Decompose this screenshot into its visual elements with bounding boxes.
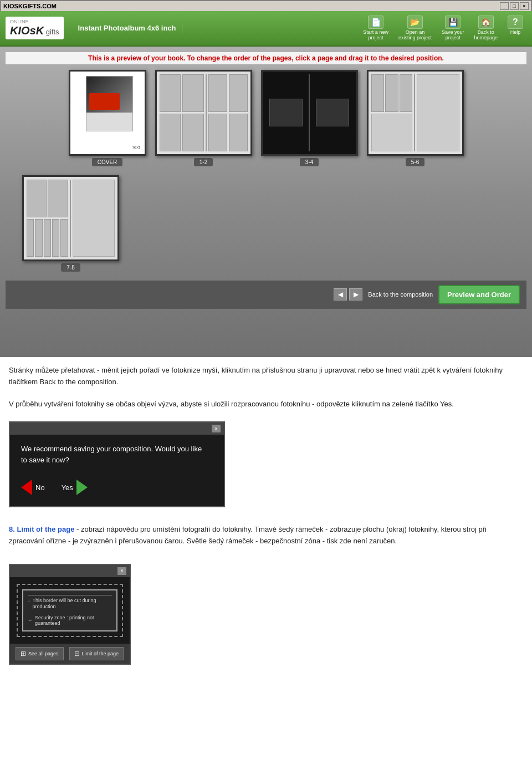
home-icon: 🏠 — [478, 16, 494, 29]
bottom-bar: ◀ ▶ Back to the composition Preview and … — [6, 281, 526, 309]
page-1-left — [160, 74, 204, 151]
slot — [208, 114, 227, 151]
black-slot-left — [269, 99, 303, 126]
save-project-icon: 💾 — [445, 16, 461, 29]
cover-text: Text — [132, 145, 140, 150]
page-cover[interactable]: Text COVER — [69, 70, 146, 166]
slot — [27, 219, 34, 257]
slot — [160, 74, 181, 112]
home-button[interactable]: 🏠 Back tohomepage — [470, 14, 501, 42]
preview-order-button[interactable]: Preview and Order — [438, 285, 520, 304]
page-5-6[interactable]: 5-6 — [367, 70, 464, 166]
limit-icon: ⊟ — [74, 650, 80, 658]
window-controls: _ □ × — [500, 2, 529, 10]
slot — [52, 219, 59, 257]
slot — [400, 74, 413, 112]
slot — [44, 219, 51, 257]
home-label: Back tohomepage — [474, 30, 498, 41]
section-8: 8. Limit of the page - zobrazí nápovědu … — [0, 516, 532, 558]
black-slot-right — [316, 99, 349, 126]
page-3-4-frame — [261, 70, 358, 156]
text-section-2: V průběhu vytváření fotoknihy se občas o… — [0, 399, 532, 421]
slot — [27, 180, 47, 217]
dialog-close-button[interactable]: × — [212, 425, 221, 432]
new-project-label: Start a newproject — [363, 30, 388, 41]
limit-of-page-button[interactable]: ⊟ Limit of the page — [69, 647, 124, 660]
page-7-8-frame — [22, 175, 119, 261]
bss-content: ↓ This border will be cut during product… — [10, 577, 130, 644]
close-button[interactable]: × — [520, 2, 529, 10]
slot — [385, 74, 398, 112]
page-7-8[interactable]: 7-8 — [22, 175, 119, 272]
page-3-4-label: 3-4 — [300, 158, 319, 166]
page-5-left — [371, 74, 413, 151]
save-project-button[interactable]: 💾 Save yourproject — [438, 14, 468, 42]
logo-kiosk: KIOsK — [10, 24, 44, 37]
page-5-6-frame — [367, 70, 464, 156]
page-3-left — [265, 74, 308, 151]
slot — [35, 219, 42, 257]
pages-row-2: 7-8 — [6, 175, 526, 272]
product-title: Instant Photoalbum 4x6 inch — [73, 24, 182, 32]
slot — [229, 114, 248, 151]
section-8-text: - zobrazí nápovědu pro umístění fotograf… — [9, 525, 487, 545]
nav-buttons: 📄 Start a newproject 📂 Open anexisting p… — [360, 14, 526, 42]
top-slots — [27, 180, 68, 217]
page-1-2-frame — [155, 70, 252, 156]
slot — [48, 180, 68, 217]
section-8-title: 8. Limit of the page — [9, 525, 74, 533]
dialog-message-line1: We recommend saving your composition. Wo… — [21, 444, 213, 455]
dialog-content: We recommend saving your composition. Wo… — [10, 435, 224, 474]
spread-divider-black — [309, 74, 310, 151]
screenshot-bottom-nav: ⊞ See all pages ⊟ Limit of the page — [10, 644, 130, 664]
help-button[interactable]: ? Help — [504, 14, 526, 42]
cover-frame: Text — [69, 70, 146, 156]
save-prompt-description: V průběhu vytváření fotoknihy se občas o… — [9, 399, 523, 410]
drag-description: Stránky můžete přetahovat - měnit jejich… — [9, 365, 523, 388]
bottom-screenshot: × ↓ This border will be cut during produ… — [9, 564, 131, 665]
dialog-yes-button[interactable]: Yes — [62, 480, 88, 495]
big-slot — [371, 114, 413, 151]
cover-label: COVER — [92, 158, 123, 166]
page-1-2[interactable]: 1-2 — [155, 70, 252, 166]
border-cut-arrow: ↓ This border will be cut during product… — [28, 598, 112, 610]
back-to-composition[interactable]: Back to the composition — [368, 291, 433, 298]
preview-notice: This is a preview of your book. To chang… — [6, 52, 526, 64]
minimize-button[interactable]: _ — [500, 2, 509, 10]
maximize-button[interactable]: □ — [510, 2, 519, 10]
page-8-right — [73, 180, 115, 257]
nav-arrows: ◀ ▶ — [334, 288, 362, 300]
page-4-right — [311, 74, 354, 151]
page-5-6-label: 5-6 — [406, 158, 424, 166]
security-zone-label: Security zone : printing not guaranteed — [35, 615, 112, 626]
dialog-no-button[interactable]: No — [21, 480, 45, 495]
help-label: Help — [510, 30, 521, 35]
spread-divider — [206, 74, 207, 151]
text-section-1: Stránky můžete přetahovat - měnit jejich… — [0, 357, 532, 399]
window-title: KIOSKGIFTS.COM — [3, 3, 57, 9]
prev-arrow-button[interactable]: ◀ — [334, 288, 347, 300]
dialog-message-line2: to save it now? — [21, 455, 213, 466]
page-3-4[interactable]: 3-4 — [261, 70, 358, 166]
logo-online: ONLINE — [10, 19, 59, 24]
next-arrow-button[interactable]: ▶ — [349, 288, 362, 300]
inner-border: ↓ This border will be cut during product… — [22, 589, 117, 631]
spread-divider — [70, 180, 71, 257]
see-all-pages-button[interactable]: ⊞ See all pages — [16, 647, 64, 660]
top-row — [371, 74, 413, 112]
photobook-container: This is a preview of your book. To chang… — [0, 47, 532, 357]
dialog-box: × We recommend saving your composition. … — [9, 421, 225, 507]
bss-close-icon: × — [117, 567, 126, 575]
border-cut-text: ↓ This border will be cut during product… — [28, 595, 112, 610]
new-project-button[interactable]: 📄 Start a newproject — [360, 14, 392, 42]
slot — [208, 74, 227, 112]
open-project-button[interactable]: 📂 Open anexisting project — [395, 14, 435, 42]
pages-row-1: Text COVER — [6, 70, 526, 166]
page-2-right — [208, 74, 248, 151]
page-7-left — [27, 180, 68, 257]
new-project-icon: 📄 — [368, 16, 383, 29]
dashed-border-area: ↓ This border will be cut during product… — [17, 584, 123, 637]
cover-photo-area — [86, 76, 133, 131]
slot — [182, 74, 204, 112]
logo-gifts: gifts — [46, 28, 59, 36]
